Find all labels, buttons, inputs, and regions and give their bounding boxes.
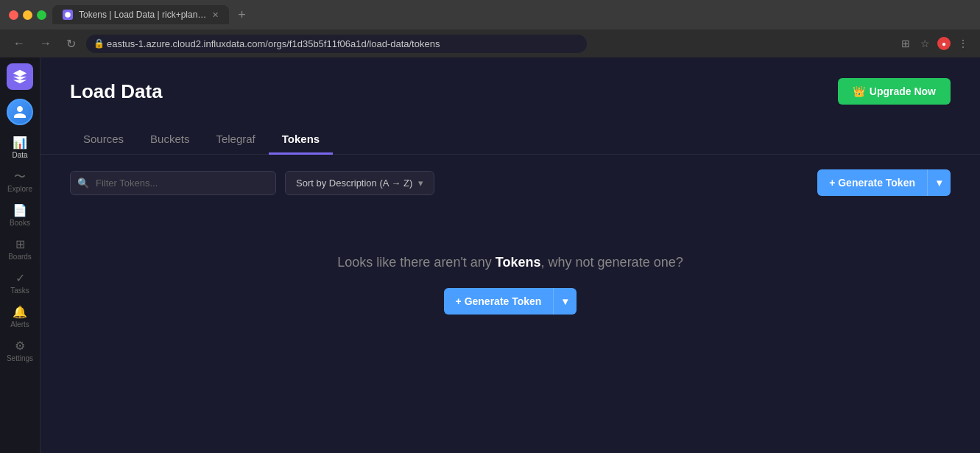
menu-icon[interactable]: ⋮ [955, 35, 971, 52]
address-bar[interactable] [86, 35, 587, 53]
refresh-button[interactable]: ↻ [62, 34, 80, 54]
back-button[interactable]: ← [9, 34, 29, 53]
generate-token-center-label: + Generate Token [456, 295, 542, 307]
sidebar-item-tasks-label: Tasks [10, 287, 29, 295]
generate-token-center-button[interactable]: + Generate Token ▾ [444, 288, 577, 315]
browser-chrome: Tokens | Load Data | rick+plan… ✕ + [0, 0, 980, 29]
app-layout: 📊 Data 〜 Explore 📄 Books ⊞ Boards ✓ Task… [0, 57, 980, 453]
sidebar-item-alerts-label: Alerts [10, 320, 29, 329]
address-bar-wrapper: 🔒 [86, 35, 892, 53]
search-wrapper: 🔍 [70, 171, 276, 195]
grid-icon[interactable]: ⊞ [898, 35, 913, 52]
close-traffic-light[interactable] [9, 10, 18, 20]
sidebar: 📊 Data 〜 Explore 📄 Books ⊞ Boards ✓ Task… [0, 57, 40, 453]
main-content: Load Data 👑 Upgrade Now Sources Buckets … [40, 57, 980, 453]
sort-label: Sort by Description (A → Z) [296, 178, 412, 189]
sidebar-item-alerts[interactable]: 🔔 Alerts [0, 301, 40, 334]
page-title: Load Data [70, 80, 163, 103]
settings-icon: ⚙ [15, 340, 25, 352]
sidebar-item-data-label: Data [12, 151, 27, 159]
sidebar-item-books-label: Books [10, 219, 30, 227]
main-header: Load Data 👑 Upgrade Now [40, 57, 980, 105]
toolbar: 🔍 Sort by Description (A → Z) ▾ + Genera… [40, 155, 980, 211]
generate-token-dropdown-arrow[interactable]: ▾ [927, 169, 951, 196]
generate-token-main[interactable]: + Generate Token [817, 169, 927, 196]
alerts-icon: 🔔 [13, 306, 27, 318]
empty-state-text-suffix: , why not generate one? [541, 255, 683, 270]
browser-tab[interactable]: Tokens | Load Data | rick+plan… ✕ [52, 5, 229, 24]
search-input[interactable] [70, 171, 276, 195]
tabs-nav: Sources Buckets Telegraf Tokens [40, 110, 980, 155]
profile-icon[interactable]: ● [937, 37, 951, 50]
sidebar-item-books[interactable]: 📄 Books [0, 199, 40, 233]
sidebar-item-explore-label: Explore [7, 185, 32, 193]
data-icon: 📊 [13, 137, 27, 149]
tab-close-button[interactable]: ✕ [212, 10, 219, 20]
sidebar-item-boards[interactable]: ⊞ Boards [0, 233, 40, 267]
empty-state-text-bold: Tokens [496, 255, 541, 270]
crown-icon: 👑 [853, 85, 865, 97]
generate-token-label: + Generate Token [829, 177, 915, 189]
chevron-down-icon: ▾ [418, 178, 423, 189]
sidebar-item-settings-label: Settings [7, 354, 33, 362]
search-icon: 🔍 [77, 178, 89, 189]
tab-favicon [63, 10, 73, 20]
generate-token-center-dropdown-arrow[interactable]: ▾ [553, 288, 577, 315]
new-tab-button[interactable]: + [238, 7, 246, 23]
tasks-icon: ✓ [15, 273, 25, 284]
star-icon[interactable]: ☆ [917, 35, 933, 52]
traffic-lights [9, 10, 46, 20]
toolbar-left: 🔍 Sort by Description (A → Z) ▾ [70, 171, 434, 195]
lock-icon: 🔒 [94, 38, 105, 49]
sidebar-item-tasks[interactable]: ✓ Tasks [0, 267, 40, 301]
explore-icon: 〜 [14, 171, 26, 183]
browser-nav-icons: ⊞ ☆ ● ⋮ [898, 35, 971, 52]
svg-point-0 [65, 12, 71, 18]
tab-tokens[interactable]: Tokens [269, 125, 333, 155]
tab-buckets[interactable]: Buckets [137, 125, 202, 155]
tab-sources[interactable]: Sources [70, 125, 137, 155]
upgrade-button[interactable]: 👑 Upgrade Now [838, 78, 951, 105]
sidebar-item-explore[interactable]: 〜 Explore [0, 165, 40, 199]
sort-dropdown[interactable]: Sort by Description (A → Z) ▾ [285, 171, 434, 195]
sidebar-logo[interactable] [7, 63, 33, 90]
boards-icon: ⊞ [15, 239, 25, 250]
fullscreen-traffic-light[interactable] [37, 10, 46, 20]
books-icon: 📄 [13, 205, 27, 217]
generate-token-button[interactable]: + Generate Token ▾ [817, 169, 951, 196]
tab-telegraf[interactable]: Telegraf [202, 125, 268, 155]
sidebar-avatar[interactable] [7, 99, 33, 125]
upgrade-button-label: Upgrade Now [870, 85, 936, 97]
empty-state-message: Looks like there aren't any Tokens, why … [337, 255, 683, 270]
tab-title: Tokens | Load Data | rick+plan… [79, 10, 206, 20]
browser-nav: ← → ↻ 🔒 ⊞ ☆ ● ⋮ [0, 29, 980, 57]
sidebar-item-data[interactable]: 📊 Data [0, 131, 40, 165]
empty-state-text-prefix: Looks like there aren't any [337, 255, 496, 270]
sidebar-item-settings[interactable]: ⚙ Settings [0, 334, 40, 368]
empty-state: Looks like there aren't any Tokens, why … [40, 211, 980, 359]
forward-button[interactable]: → [35, 34, 56, 53]
sidebar-item-boards-label: Boards [8, 253, 32, 261]
generate-token-center-main[interactable]: + Generate Token [444, 288, 554, 315]
minimize-traffic-light[interactable] [23, 10, 32, 20]
